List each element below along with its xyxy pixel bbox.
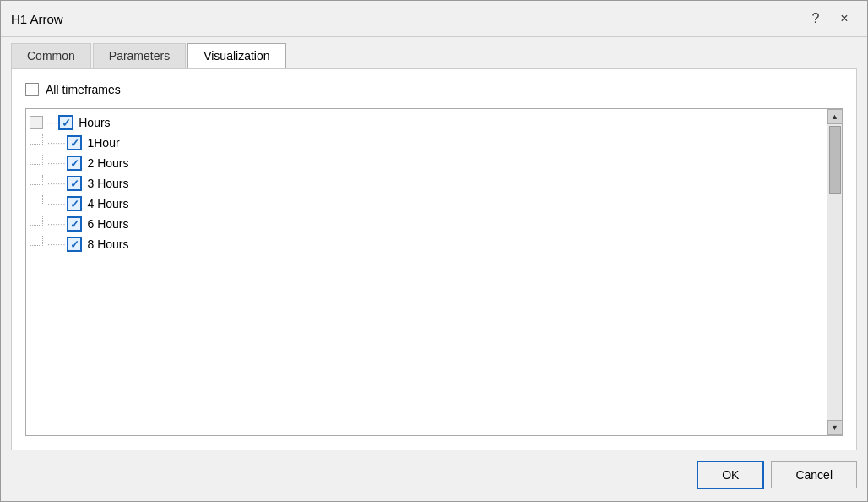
- visualization-panel: All timeframes − ···· Hours: [11, 68, 857, 450]
- all-timeframes-label[interactable]: All timeframes: [25, 83, 121, 96]
- tab-parameters[interactable]: Parameters: [93, 43, 186, 68]
- tree-hline-5: ········: [45, 219, 65, 229]
- title-bar: H1 Arrow ? ×: [1, 1, 867, 37]
- tree-vline-3: [30, 175, 43, 185]
- tree-hline-4: ········: [45, 199, 65, 209]
- tree-vline-1: [30, 134, 43, 145]
- checkbox-1hour[interactable]: [67, 135, 82, 150]
- checkbox-3hours[interactable]: [67, 176, 82, 191]
- tree-row-1hour[interactable]: ········ 1Hour: [26, 133, 827, 153]
- tab-visualization[interactable]: Visualization: [187, 43, 285, 68]
- tree-vline-5: [30, 216, 43, 226]
- help-button[interactable]: ?: [803, 8, 828, 30]
- cancel-button[interactable]: Cancel: [771, 461, 857, 488]
- all-timeframes-checkbox[interactable]: [25, 83, 39, 96]
- tree-row-6hours[interactable]: ········ 6 Hours: [26, 214, 827, 234]
- tree-row-4hours[interactable]: ········ 4 Hours: [26, 194, 827, 214]
- tree-vline-2: [30, 155, 43, 165]
- tree-panel: − ···· Hours ········ 1Hour: [25, 108, 843, 436]
- tree-vline-4: [30, 195, 43, 205]
- tree-row-8hours[interactable]: ········ 8 Hours: [26, 234, 827, 254]
- expand-hours-button[interactable]: −: [30, 116, 43, 129]
- all-timeframes-row: All timeframes: [25, 83, 843, 96]
- tree-label-hours: Hours: [79, 116, 110, 129]
- title-bar-controls: ? ×: [803, 8, 857, 30]
- tree-label-2hours: 2 Hours: [87, 156, 128, 170]
- tree-children: ········ 1Hour ········ 2 Hours: [26, 133, 827, 254]
- footer: OK Cancel: [1, 461, 867, 501]
- tree-hline-2: ········: [45, 158, 65, 168]
- tab-bar: Common Parameters Visualization: [1, 37, 867, 68]
- close-button[interactable]: ×: [832, 8, 857, 30]
- tree-connector-hours: ····: [46, 117, 57, 128]
- tree-row-hours[interactable]: − ···· Hours: [26, 112, 827, 133]
- ok-button[interactable]: OK: [697, 461, 764, 489]
- scroll-down-button[interactable]: ▼: [827, 420, 843, 435]
- all-timeframes-text: All timeframes: [46, 83, 121, 96]
- tree-label-4hours: 4 Hours: [87, 197, 128, 210]
- tree-content: − ···· Hours ········ 1Hour: [26, 109, 827, 435]
- tree-hline-3: ········: [45, 178, 65, 188]
- tree-label-8hours: 8 Hours: [87, 237, 128, 251]
- dialog-title: H1 Arrow: [11, 12, 63, 26]
- dialog: H1 Arrow ? × Common Parameters Visualiza…: [0, 0, 868, 502]
- checkbox-8hours[interactable]: [67, 237, 82, 252]
- tree-label-3hours: 3 Hours: [87, 177, 128, 190]
- checkbox-2hours[interactable]: [67, 156, 82, 171]
- tree-row-2hours[interactable]: ········ 2 Hours: [26, 153, 827, 173]
- checkbox-hours[interactable]: [58, 115, 73, 130]
- scroll-thumb[interactable]: [829, 126, 841, 194]
- tree-vline-6: [30, 236, 43, 246]
- scroll-up-button[interactable]: ▲: [827, 109, 843, 124]
- tree-row-3hours[interactable]: ········ 3 Hours: [26, 173, 827, 194]
- tree-label-6hours: 6 Hours: [87, 217, 128, 231]
- checkbox-4hours[interactable]: [67, 196, 82, 211]
- tree-label-1hour: 1Hour: [87, 136, 119, 150]
- scrollbar[interactable]: ▲ ▼: [827, 109, 842, 435]
- tree-hline-6: ········: [45, 239, 65, 249]
- tab-common[interactable]: Common: [11, 43, 91, 68]
- checkbox-6hours[interactable]: [67, 216, 82, 232]
- tree-hline-1: ········: [45, 138, 65, 148]
